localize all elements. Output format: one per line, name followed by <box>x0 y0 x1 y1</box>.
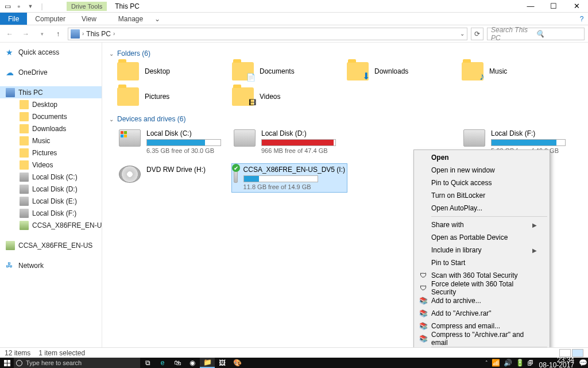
drive-icon <box>463 129 485 147</box>
sidebar-item[interactable]: CCSA_X86FRE_EN-U <box>0 219 102 231</box>
folder-icon <box>232 62 254 80</box>
menu-item[interactable]: 🛡Force delete with 360 Total Security <box>415 282 548 294</box>
taskbar-clock[interactable]: 23:34 08-10-2017 <box>536 358 578 368</box>
recent-locations-icon[interactable]: ▾ <box>36 28 48 40</box>
up-button[interactable]: ↑ <box>52 28 64 40</box>
sidebar-item-network[interactable]: Network <box>0 259 102 271</box>
tray-battery-icon[interactable]: 🔋 <box>516 359 524 367</box>
menu-item[interactable]: Share with▶ <box>415 218 548 231</box>
drive-item[interactable]: CCSA_X86FRE_EN-US_DV5 (I:)11.8 GB free o… <box>232 164 347 192</box>
action-center-button[interactable]: 💬 <box>578 358 588 368</box>
menu-item-label: Compress to "Archive.rar" and email <box>431 331 537 347</box>
sidebar-item-ccsa[interactable]: CCSA_X86FRE_EN-US <box>0 239 102 251</box>
menu-item[interactable]: Open <box>415 151 548 164</box>
menu-item[interactable]: Open as Portable Device <box>415 231 548 244</box>
chevron-right-icon[interactable]: › <box>82 30 84 37</box>
menu-item[interactable]: Include in library▶ <box>415 244 548 256</box>
taskbar-app-photos[interactable]: 🖼 <box>215 358 230 368</box>
sidebar-item-quick-access[interactable]: Quick access <box>0 46 102 58</box>
title-bar: ▭ ▫ ▼ | Drive Tools This PC — ☐ ✕ <box>0 0 588 13</box>
task-view-button[interactable]: ⧉ <box>140 358 155 368</box>
sidebar-item[interactable]: Documents <box>0 110 102 122</box>
view-tab[interactable]: View <box>74 13 105 25</box>
menu-item-label: Turn on BitLocker <box>431 191 485 200</box>
sidebar-item-onedrive[interactable]: OneDrive <box>0 66 102 78</box>
close-button[interactable]: ✕ <box>565 0 588 13</box>
menu-item[interactable]: 📚Add to archive... <box>415 294 548 307</box>
menu-item-label: Scan with 360 Total Security <box>431 271 518 279</box>
chevron-right-icon: ▶ <box>532 247 537 254</box>
group-header-folders[interactable]: ⌄ Folders (6) <box>109 49 581 57</box>
manage-tab[interactable]: Manage <box>110 13 151 25</box>
folder-item[interactable]: Documents <box>232 62 347 80</box>
chevron-right-icon[interactable]: › <box>113 30 115 37</box>
sidebar-item[interactable]: Local Disk (E:) <box>0 195 102 207</box>
menu-item-icon: 🛡 <box>419 271 428 280</box>
qat-properties-icon[interactable]: ▭ <box>2 1 13 12</box>
search-input[interactable]: Search This PC 🔍 <box>487 28 585 40</box>
usage-bar <box>491 139 566 146</box>
menu-item[interactable]: 📚Add to "Archive.rar" <box>415 307 548 320</box>
menu-item[interactable]: Pin to Start <box>415 256 548 269</box>
file-tab[interactable]: File <box>0 13 27 25</box>
drive-item[interactable]: DVD RW Drive (H:) <box>117 164 232 192</box>
folder-item[interactable]: Desktop <box>117 62 232 80</box>
taskbar-app-paint[interactable]: 🎨 <box>230 358 245 368</box>
taskbar-app-edge[interactable]: e <box>155 358 170 368</box>
back-button[interactable]: ← <box>3 28 16 40</box>
menu-item[interactable]: 📚Compress to "Archive.rar" and email <box>415 332 548 345</box>
taskbar-app-store[interactable]: 🛍 <box>170 358 185 368</box>
sidebar-item[interactable]: Desktop <box>0 98 102 110</box>
folder-item[interactable]: Videos <box>232 87 347 106</box>
folder-label: Documents <box>260 67 295 75</box>
taskbar-app-chrome[interactable]: ◉ <box>185 358 200 368</box>
taskbar-app-explorer[interactable]: 📁 <box>200 358 215 368</box>
address-dropdown-icon[interactable]: ⌄ <box>460 30 465 37</box>
help-icon[interactable]: ? <box>575 13 588 25</box>
group-header-drives[interactable]: ⌄ Devices and drives (6) <box>109 115 581 123</box>
cortana-search[interactable]: Type here to search <box>14 358 140 368</box>
menu-item[interactable]: Open AutoPlay... <box>415 202 548 214</box>
menu-item[interactable]: Pin to Quick access <box>415 177 548 189</box>
drive-item[interactable]: Local Disk (C:)6.35 GB free of 30.0 GB <box>117 128 232 156</box>
tray-chevron-up-icon[interactable]: ˄ <box>485 360 488 366</box>
contextual-tab-label: Drive Tools <box>67 2 107 11</box>
sidebar-item[interactable]: Local Disk (F:) <box>0 207 102 219</box>
ribbon-expand-icon[interactable]: ⌄ <box>151 13 164 25</box>
sidebar-item[interactable]: Local Disk (C:) <box>0 171 102 183</box>
menu-item[interactable]: Open in new window <box>415 164 548 177</box>
sidebar-item[interactable]: Music <box>0 135 102 147</box>
network-icon <box>6 261 15 270</box>
tray-network-icon[interactable]: 📶 <box>492 359 500 367</box>
this-pc-icon <box>6 88 15 97</box>
drive-free-text: 11.8 GB free of 14.9 GB <box>243 183 345 190</box>
qat-dropdown-icon[interactable]: ▼ <box>25 1 36 12</box>
menu-item[interactable]: Turn on BitLocker <box>415 189 548 202</box>
tray-volume-icon[interactable]: 🔊 <box>504 359 512 367</box>
menu-item-icon: 📚 <box>419 296 428 305</box>
folder-item[interactable]: Pictures <box>117 87 232 106</box>
sidebar-item-this-pc[interactable]: This PC <box>0 86 102 98</box>
tray-language-icon[interactable]: 🗐 <box>528 360 533 366</box>
folder-item[interactable]: Downloads <box>347 62 462 80</box>
start-button[interactable] <box>0 360 14 366</box>
breadcrumb[interactable]: This PC <box>86 30 111 38</box>
minimize-button[interactable]: — <box>519 0 542 13</box>
address-bar-row: ← → ▾ ↑ › This PC › ⌄ ⟳ Search This PC 🔍 <box>0 25 588 43</box>
sidebar-item[interactable]: Local Disk (D:) <box>0 183 102 195</box>
folder-label: Desktop <box>145 67 170 75</box>
qat-new-folder-icon[interactable]: ▫ <box>14 1 24 12</box>
sidebar-item[interactable]: Downloads <box>0 122 102 135</box>
maximize-button[interactable]: ☐ <box>542 0 565 13</box>
sidebar-item[interactable]: Videos <box>0 159 102 171</box>
refresh-button[interactable]: ⟳ <box>471 28 483 40</box>
drive-icon <box>234 166 238 183</box>
menu-item-label: Include in library <box>431 246 481 254</box>
sidebar-item[interactable]: Pictures <box>0 147 102 159</box>
address-bar[interactable]: › This PC › ⌄ <box>68 28 467 40</box>
drive-item[interactable]: Local Disk (D:)966 MB free of 47.4 GB <box>232 128 347 156</box>
computer-tab[interactable]: Computer <box>27 13 74 25</box>
folder-item[interactable]: Music <box>462 62 577 80</box>
folder-icon <box>20 160 29 170</box>
this-pc-icon <box>71 29 80 39</box>
